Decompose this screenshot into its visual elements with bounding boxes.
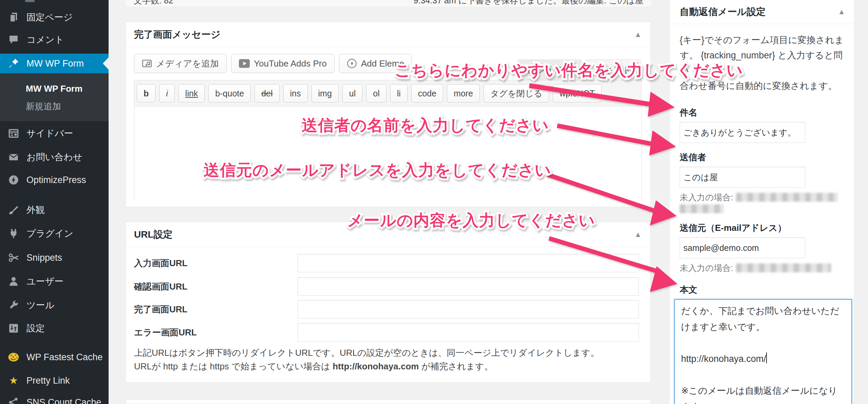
sidebar-item-settings[interactable]: 設定 — [0, 319, 109, 338]
plugin-icon — [7, 227, 20, 240]
star-icon: ★ — [7, 374, 20, 387]
panel-title: 完了画面メッセージ — [134, 28, 221, 41]
from-email-field[interactable] — [680, 237, 805, 258]
settings-icon — [7, 322, 20, 334]
sidebar-item-label: WP Fastest Cache — [26, 352, 103, 363]
submenu-item-add-new[interactable]: 新規追加 — [0, 98, 109, 114]
url-row-complete-screen: 完了画面URL — [134, 300, 643, 318]
body-label: 本文 — [680, 285, 845, 294]
quicktag-li-button[interactable]: li — [390, 84, 408, 103]
sidebar-item-plugins[interactable]: プラグイン — [0, 224, 109, 243]
sidebar-item-pages[interactable]: 固定ページ — [0, 8, 109, 27]
next-panel-partial — [126, 400, 651, 404]
confirm-screen-url-field[interactable] — [298, 277, 639, 296]
annotation-subject-hint: こちらにわかりやすい件名を入力してください — [395, 60, 743, 81]
collapse-icon[interactable]: ▲ — [838, 8, 845, 16]
quicktag-code-button[interactable]: code — [411, 84, 443, 103]
wrench-icon — [7, 299, 20, 311]
sender-field[interactable] — [680, 167, 805, 188]
sender-label: 送信者 — [680, 152, 845, 162]
url-settings-note: 上記URLはボタン押下時のリダイレクトURLです。URLの設定が空のときは、同一… — [134, 346, 599, 373]
annotation-body-hint: メールの内容を入力してください — [347, 210, 595, 231]
mw-wp-form-submenu: MW WP Form 新規追加 — [0, 73, 109, 121]
quicktag-ul-button[interactable]: ul — [342, 84, 362, 103]
button-label: メディアを追加 — [156, 58, 219, 70]
sidebar-item-label: 外観 — [26, 204, 45, 216]
panel-title: URL設定 — [134, 228, 173, 241]
field-label: 入力画面URL — [134, 257, 298, 269]
quicktag-bold-button[interactable]: b — [137, 84, 155, 103]
sidebar-item-contact[interactable]: お問い合わせ — [0, 148, 109, 167]
button-label: YouTube Adds Pro — [254, 58, 327, 69]
collapse-icon[interactable]: ▲ — [634, 31, 642, 38]
from-email-label: 送信元（E-mailアドレス） — [680, 223, 845, 233]
sidebar-item-sidebar-widgets[interactable]: サイドバー — [0, 124, 109, 143]
url-row-confirm-screen: 確認画面URL — [134, 277, 643, 296]
sidebar-item-label: ツール — [26, 299, 54, 311]
quicktag-img-button[interactable]: img — [312, 84, 339, 103]
word-count: 文字数: 82 — [134, 0, 173, 6]
field-label: 確認画面URL — [134, 281, 298, 293]
sidebar-item-users[interactable]: ユーザー — [0, 272, 109, 291]
field-label: 完了画面URL — [134, 304, 298, 315]
sidebar-item-snippets[interactable]: Snippets — [0, 248, 109, 267]
optimizepress-icon — [7, 174, 20, 186]
text-editor: b i link b-quote del ins img ul ol li co… — [134, 80, 642, 201]
quicktag-del-button[interactable]: del — [254, 84, 279, 103]
youtube-adds-pro-button[interactable]: YouTube Adds Pro — [231, 54, 335, 73]
sidebar-item-label: サイドバー — [26, 127, 73, 140]
redacted-text — [736, 193, 838, 202]
text-cursor — [766, 352, 767, 363]
input-screen-url-field[interactable] — [298, 254, 639, 272]
media-buttons-row: メディアを追加 YouTube Adds Pro Add Eleme — [134, 54, 412, 73]
subject-field[interactable] — [680, 122, 805, 143]
quicktag-close-tags-button[interactable]: タグを閉じる — [484, 84, 549, 103]
quicktag-more-button[interactable]: more — [447, 84, 480, 103]
sidebar-item-label: MW WP Form — [26, 58, 84, 69]
sidebar-item-label: OptimizePress — [26, 175, 86, 185]
sidebar-item-label: 固定ページ — [26, 11, 73, 23]
complete-screen-url-field[interactable] — [298, 300, 639, 318]
quicktag-ol-button[interactable]: ol — [366, 84, 386, 103]
add-media-icon — [142, 58, 152, 69]
annotation-sender-hint: 送信者の名前を入力してください — [302, 115, 549, 136]
panel-header: 完了画面メッセージ ▲ — [126, 22, 650, 47]
mail-body-textarea[interactable]: だくか、下記までお問い合わせいただけますと幸いです。 http://konoha… — [674, 299, 852, 404]
field-label: エラー画面URL — [134, 327, 298, 338]
error-screen-url-field[interactable] — [298, 323, 639, 342]
add-media-button[interactable]: メディアを追加 — [134, 54, 227, 73]
url-row-input-screen: 入力画面URL — [134, 254, 643, 272]
mail-icon — [7, 151, 20, 163]
quicktag-link-button[interactable]: link — [178, 84, 205, 103]
sidebar-item-pretty-link[interactable]: ★ Pretty Link — [0, 371, 109, 390]
sidebar-item-mw-wp-form[interactable]: MW WP Form — [0, 54, 109, 73]
quicktag-wpfcnot-button[interactable]: wpfcNOT — [553, 84, 602, 103]
sidebar-widget-icon — [7, 127, 20, 140]
sidebar-item-appearance[interactable]: 外観 — [0, 200, 109, 219]
quicktags-toolbar: b i link b-quote del ins img ul ol li co… — [134, 80, 641, 107]
collapse-icon[interactable]: ▲ — [634, 231, 642, 238]
quicktag-ins-button[interactable]: ins — [283, 84, 308, 103]
submenu-item-mw-wp-form[interactable]: MW WP Form — [0, 80, 109, 97]
appearance-brush-icon — [7, 204, 20, 216]
note-line-1: 上記URLはボタン押下時のリダイレクトURLです。URLの設定が空のときは、同一… — [134, 346, 599, 360]
sidebar-item-label: Pretty Link — [26, 375, 70, 386]
admin-sidebar: 固定ページ コメント MW WP Form MW WP Form 新規追加 サイ… — [0, 0, 109, 404]
annotation-from-hint: 送信元のメールアドレスを入力をしてください — [204, 160, 551, 181]
quicktag-italic-button[interactable]: i — [159, 84, 175, 103]
lightning-circle-icon — [347, 58, 357, 69]
user-icon — [7, 275, 20, 288]
quicktag-bquote-button[interactable]: b-quote — [208, 84, 251, 103]
url-settings-panel: URL設定 ▲ 入力画面URL 確認画面URL 完了画面URL エラー画面URL… — [126, 222, 651, 383]
pages-icon — [7, 11, 20, 23]
comments-icon — [7, 34, 20, 46]
wordpress-admin-screen: 固定ページ コメント MW WP Form MW WP Form 新規追加 サイ… — [0, 0, 868, 404]
editor-statusbar-partial: 文字数: 82 9:34:37 am に下書きを保存しました。最後の編集: この… — [126, 0, 651, 7]
sidebar-item-optimizepress[interactable]: OptimizePress — [0, 170, 109, 189]
sidebar-item-wp-fastest-cache[interactable]: WP Fastest Cache — [0, 348, 109, 367]
sender-fallback-note-line2 — [680, 204, 845, 214]
sidebar-item-sns-count-cache[interactable]: SNS Count Cache — [0, 393, 109, 404]
sidebar-item-label: SNS Count Cache — [26, 397, 101, 404]
sidebar-item-tools[interactable]: ツール — [0, 296, 109, 315]
sidebar-item-comments[interactable]: コメント — [0, 30, 109, 49]
